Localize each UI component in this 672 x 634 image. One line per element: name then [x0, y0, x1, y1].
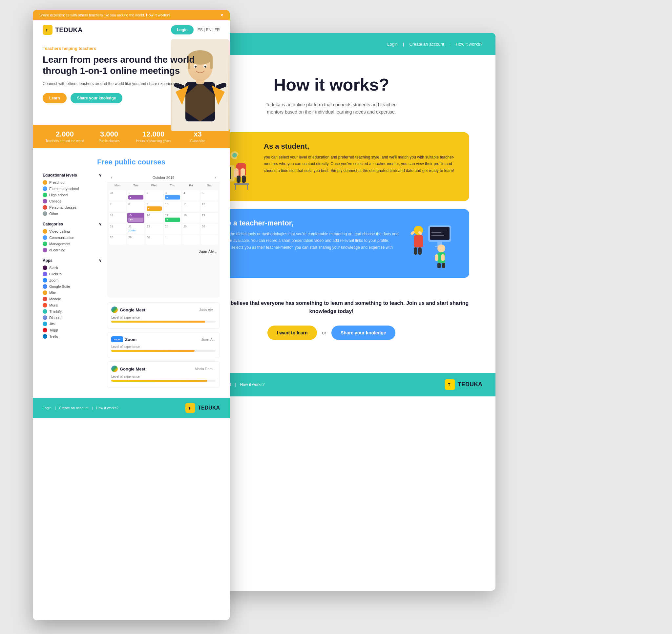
app-discord[interactable]: Discord: [43, 315, 102, 320]
calendar-grid: 31 1● 2 3● 4 5 7 8 9● 10 11: [107, 188, 220, 248]
calendar-teacher-name: Juan Álv...: [107, 248, 220, 255]
exp-bar-2: [111, 350, 216, 352]
teacher-card-1: Google Meet Juan Álv... Level of experie…: [107, 302, 220, 329]
app-dot: [43, 297, 47, 301]
svg-text:T: T: [448, 383, 451, 387]
front-footer-logo-icon: T: [185, 403, 195, 413]
app-dot: [43, 284, 47, 289]
cat-video-calling[interactable]: Video-calling: [43, 229, 102, 234]
app-slack[interactable]: Slack: [43, 265, 102, 270]
svg-rect-29: [435, 254, 438, 261]
notif-close-button[interactable]: ×: [220, 13, 223, 18]
svg-rect-16: [247, 185, 248, 190]
student-card-title: As a student,: [264, 142, 459, 150]
app-clickup[interactable]: ClickUp: [43, 272, 102, 276]
app-zoom[interactable]: Zoom: [43, 278, 102, 283]
front-nav: T TEDUKA Login ES | EN | FR: [33, 20, 230, 39]
apps-header[interactable]: Apps ∨: [43, 258, 102, 263]
front-footer-create[interactable]: Create an account: [59, 406, 89, 410]
cal-cell: 28: [109, 235, 126, 244]
svg-rect-32: [442, 263, 445, 268]
app-moddle[interactable]: Moddle: [43, 297, 102, 301]
cal-cell-selected[interactable]: 15●●: [127, 213, 144, 223]
stat-classes: 3.000 Public classes: [87, 130, 131, 143]
cat-elearning[interactable]: eLearning: [43, 248, 102, 252]
educational-levels-section: Educational levels ∨ Preschool Elementar…: [43, 173, 102, 216]
level-other[interactable]: Other: [43, 211, 102, 216]
stat-teachers-label: Teachers around the world: [43, 139, 87, 143]
level-personal[interactable]: Personal classes: [43, 205, 102, 210]
cat-dot: [43, 235, 47, 240]
app-toggl[interactable]: Toggl: [43, 328, 102, 332]
categories-section: Categories ∨ Video-calling Communication…: [43, 222, 102, 252]
front-footer-how[interactable]: How it works?: [96, 406, 118, 410]
cal-cell: [201, 235, 218, 244]
app-thinkify[interactable]: Thinkify: [43, 309, 102, 314]
notif-link[interactable]: How it works?: [146, 13, 171, 17]
cal-cell: 1●: [127, 190, 144, 201]
calendar-month: October 2019: [152, 175, 174, 180]
educational-levels-header[interactable]: Educational levels ∨: [43, 173, 102, 178]
cal-cell: 17●: [164, 213, 181, 223]
svg-rect-12: [237, 175, 241, 183]
how-subtitle: Teduka is an online platform that connec…: [263, 101, 400, 116]
share-button-back[interactable]: Share your knoledge: [331, 326, 395, 340]
level-dot: [43, 180, 47, 185]
how-bottom-cta: At Teduka, we believe that everyone has …: [194, 286, 469, 353]
app-trello[interactable]: Trello: [43, 334, 102, 339]
front-footer-login[interactable]: Login: [43, 406, 51, 410]
cal-cell: 31: [109, 190, 126, 201]
app-dot: [43, 265, 47, 270]
level-dot: [43, 205, 47, 210]
google-meet-icon-2: [111, 366, 118, 372]
level-dot: [43, 186, 47, 191]
stat-class-size: x3 Class size: [175, 130, 220, 143]
level-highschool[interactable]: High school: [43, 193, 102, 197]
language-selector[interactable]: ES | EN | FR: [197, 28, 220, 32]
exp-label-1: Level of experience: [111, 316, 216, 319]
cal-row-1: 31 1● 2 3● 4 5: [109, 190, 218, 201]
zoom-icon: zoom: [111, 336, 123, 342]
notif-text: Share experiences with others teachers l…: [39, 13, 170, 17]
app-miro[interactable]: Miro: [43, 290, 102, 295]
svg-rect-31: [437, 263, 441, 268]
front-nav-right: Login ES | EN | FR: [171, 25, 220, 34]
svg-rect-30: [441, 254, 445, 261]
back-footer-how[interactable]: How it works?: [240, 382, 265, 387]
svg-rect-18: [430, 227, 450, 240]
app-mural[interactable]: Mural: [43, 303, 102, 307]
cat-management[interactable]: Management: [43, 241, 102, 246]
app-dot: [43, 315, 47, 320]
level-elementary[interactable]: Elementary school: [43, 186, 102, 191]
app-jitsi[interactable]: Jitsi: [43, 322, 102, 326]
cal-row-5: 28 29 30 1: [109, 235, 218, 244]
front-footer-logo: T TEDUKA: [185, 403, 220, 413]
learn-button-back[interactable]: I want to learn: [267, 326, 317, 340]
level-college[interactable]: College: [43, 199, 102, 204]
back-nav-create[interactable]: Create an account: [409, 42, 444, 47]
student-card-text: As a student, you can select your level …: [264, 142, 459, 174]
cat-communication[interactable]: Communication: [43, 235, 102, 240]
app-google-suite[interactable]: Google Suite: [43, 284, 102, 289]
day-thu: Thu: [164, 184, 181, 187]
teacher-card-2: zoom Zoom Juan Á... Level of experience: [107, 332, 220, 358]
level-preschool[interactable]: Preschool: [43, 180, 102, 185]
back-footer-logo: T TEDUKA: [445, 379, 482, 390]
learn-button[interactable]: Learn: [43, 93, 67, 103]
cal-cell: 16: [146, 213, 163, 223]
cal-cell: 25: [183, 224, 199, 234]
back-nav-login[interactable]: Login: [387, 42, 398, 47]
back-nav-how[interactable]: How it works?: [456, 42, 482, 47]
cal-cell: 14: [109, 213, 126, 223]
day-tue: Tue: [127, 184, 144, 187]
calendar-next[interactable]: ›: [215, 175, 216, 180]
front-footer: Login | Create an account | How it works…: [33, 398, 230, 418]
exp-bar-3: [111, 380, 216, 382]
level-dot: [43, 199, 47, 204]
login-button[interactable]: Login: [171, 25, 194, 34]
app-dot: [43, 328, 47, 332]
share-button[interactable]: Share your knoledge: [71, 93, 123, 103]
categories-header[interactable]: Categories ∨: [43, 222, 102, 227]
stat-teachers: 2.000 Teachers around the world: [43, 130, 87, 143]
calendar-prev[interactable]: ‹: [111, 175, 112, 180]
